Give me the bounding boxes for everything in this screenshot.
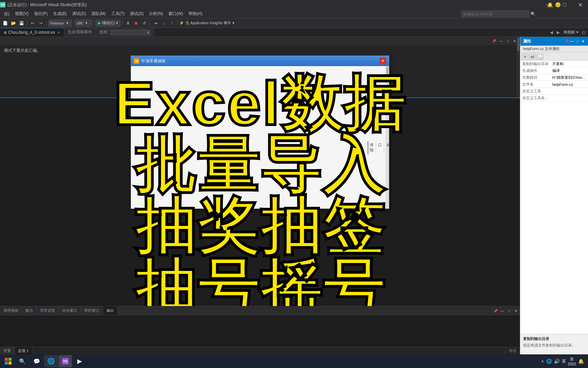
lang-status-right: 语言	[505, 347, 520, 354]
minimize-button[interactable]: —	[541, 0, 557, 10]
debug-tab-cmdwindow[interactable]: 命令窗口	[59, 306, 81, 315]
vars-tab[interactable]: 变量	[0, 347, 15, 354]
toolbar-btn-open[interactable]: 📂	[10, 19, 17, 27]
search-icon: 🔍	[530, 12, 536, 16]
taskbar-chat-btn[interactable]: 💬	[30, 355, 44, 367]
prop-val-3[interactable]: helpForm.cs	[551, 82, 588, 87]
quick-search-input[interactable]	[461, 11, 529, 17]
dialog-title-bar: 抽 中顶常通抽奖 ✕	[131, 56, 389, 66]
tray-notification-btn[interactable]: 🔔	[578, 358, 584, 364]
properties-list: 复制到输出目录 不复制 生成操作 编译 完整路径 H:\独奖签到\Chou江..…	[520, 61, 588, 334]
tray-up-icon[interactable]: ∧	[541, 359, 544, 364]
tray-network-icon[interactable]: 🌐	[546, 358, 552, 364]
close-button[interactable]: ✕	[572, 0, 588, 10]
taskbar-search-btn[interactable]: 🔍	[16, 355, 29, 367]
toolbar-btn-restart[interactable]: ↺	[141, 19, 148, 27]
tray-lang-indicator[interactable]: 英	[562, 358, 566, 364]
menu-item-help[interactable]: 帮助(H)	[186, 10, 205, 18]
toolbar-btn-pause[interactable]: ⏸	[124, 19, 132, 27]
prop-btn-sort-alpha[interactable]: az	[529, 53, 536, 60]
props-pin-btn[interactable]: 📌	[564, 39, 569, 44]
taskbar-globe-btn[interactable]: 🌐	[44, 355, 58, 367]
toolbar-btn-step-in[interactable]: ↓	[160, 19, 167, 27]
platform-dropdown[interactable]: x86 ▾	[75, 20, 92, 27]
toolbar-btn-undo[interactable]: ↩	[29, 19, 36, 27]
taskbar-media-btn[interactable]: ▶	[73, 355, 86, 367]
float-btn-window[interactable]: 口	[376, 141, 384, 154]
debug-pin-btn[interactable]: 📌	[493, 308, 498, 313]
debug-tab-bar: 调用堆栈 断点 异常设置 命令窗口 即时窗口 输出 📌 — □ ✕	[0, 306, 520, 315]
debug-tab-callstack[interactable]: 调用堆栈	[0, 306, 22, 315]
debug-tab-output[interactable]: 输出	[103, 306, 118, 315]
debug-close-btn[interactable]: ✕	[513, 308, 519, 313]
prop-name-3: 文件名	[520, 82, 551, 87]
prop-name-1: 生成操作	[520, 68, 551, 73]
prop-val-2[interactable]: H:\独奖签到\Chou江...	[551, 75, 588, 80]
float-btn-login[interactable]: 登陆	[368, 141, 376, 154]
prop-btn-pages[interactable]: 📃	[537, 53, 543, 60]
toolbar-btn-save[interactable]: 💾	[18, 19, 25, 27]
taskbar-datetime[interactable]: 英 2022	[568, 357, 576, 366]
scrollbar-v[interactable]	[517, 37, 520, 97]
properties-subtitle: helpForm.cs 文件属性	[520, 46, 588, 52]
thread-dropdown[interactable]: ▾	[110, 30, 151, 35]
prop-btn-sort-cat[interactable]: ≡	[522, 53, 528, 60]
config-dropdown-arrow: ▾	[66, 21, 68, 25]
toolbar-btn-stop[interactable]: ⏹	[132, 19, 140, 27]
props-max-btn[interactable]: □	[575, 39, 580, 44]
center-icon-btn[interactable]: ⊙	[581, 29, 587, 35]
menu-item-view[interactable]: 视图(V)	[12, 10, 31, 18]
maximize-button[interactable]: □	[557, 0, 572, 10]
taskbar: 🔍 💬 🌐 VS ▶ ∧ 🌐 🔊 英 英 2022 🔔	[0, 354, 588, 368]
mini-pin-btn[interactable]: 📌	[491, 38, 497, 44]
nav-fwd-btn[interactable]: ▶	[555, 29, 561, 35]
props-close-btn[interactable]: ✕	[581, 39, 585, 44]
debug-tab-immediate[interactable]: 即时窗口	[81, 306, 103, 315]
debug-min-btn[interactable]: —	[500, 308, 505, 313]
menu-item-edit[interactable]: (E)	[1, 10, 12, 18]
toolbar-btn-step-over[interactable]: ⇥	[152, 19, 159, 27]
toolbar-insights[interactable]: ⚡ 无 Application Insights 事件 ▾	[179, 20, 234, 26]
debug-max-btn[interactable]: □	[506, 308, 512, 313]
menu-item-window[interactable]: 窗口(W)	[166, 10, 186, 18]
debug-tab-breakpoints[interactable]: 断点	[22, 306, 37, 315]
prop-val-1[interactable]: 编译	[551, 68, 588, 73]
menu-item-build[interactable]: 生成(B)	[50, 10, 69, 18]
nav-back-btn[interactable]: ◀	[549, 29, 555, 35]
toolbar-btn-step-out[interactable]: ↑	[168, 19, 176, 27]
taskbar-vs-btn[interactable]: VS	[59, 355, 72, 367]
dialog-content: 登陆 口 令	[131, 66, 389, 209]
float-btn-cmd[interactable]: 令	[384, 141, 392, 154]
menu-item-team[interactable]: 团队(M)	[89, 10, 109, 18]
props-min-btn[interactable]: —	[570, 39, 574, 44]
dialog-close-btn[interactable]: ✕	[379, 58, 386, 64]
menu-item-analyze[interactable]: 分析(N)	[146, 10, 166, 18]
tab-close-icon[interactable]: ✕	[56, 31, 61, 34]
menu-item-project[interactable]: 项目(P)	[31, 10, 50, 18]
tab-thread[interactable]: 线程: ▾	[96, 28, 154, 36]
insights-label: 无 Application Insights 事件	[185, 20, 231, 26]
prop-val-0[interactable]: 不复制	[551, 61, 588, 66]
start-button[interactable]: ▶ 继续(C) ▾	[96, 20, 120, 27]
menu-bar: (E) 视图(V) 项目(P) 生成(B) 调试(D) 团队(M) 工具(T) …	[0, 10, 588, 18]
insights-arrow: ▾	[232, 21, 234, 25]
toolbar-btn-redo[interactable]: ↪	[37, 19, 45, 27]
tray-volume-icon[interactable]: 🔊	[554, 358, 560, 364]
svg-rect-2	[5, 362, 8, 365]
taskbar-start-btn[interactable]	[1, 355, 15, 367]
debug-tab-exceptions[interactable]: 异常设置	[37, 306, 59, 315]
watch1-tab[interactable]: 监视 1	[15, 347, 32, 354]
menu-item-debug[interactable]: 调试(D)	[69, 10, 89, 18]
menu-item-test[interactable]: 测试(S)	[127, 10, 146, 18]
tab-lifecycle[interactable]: 生命周期事件	[64, 28, 96, 36]
menu-item-tools[interactable]: 工具(T)	[109, 10, 127, 18]
mini-minimize-btn[interactable]: —	[498, 38, 504, 44]
toolbar-btn-new[interactable]: 📄	[1, 19, 9, 27]
stack-dropdown-arrow: ▾	[576, 30, 578, 34]
dialog-scrollbar[interactable]	[386, 66, 389, 209]
stack-btn[interactable]: 堆栈帧: ▾	[562, 30, 580, 35]
start-label: 继续(C)	[102, 20, 115, 26]
config-dropdown[interactable]: Release ▾	[48, 20, 72, 27]
tab-vshost[interactable]: 🖥 ChouJiang_4_0.vshost.ex ✕	[0, 28, 64, 36]
mini-maximize-btn[interactable]: □	[505, 38, 510, 44]
